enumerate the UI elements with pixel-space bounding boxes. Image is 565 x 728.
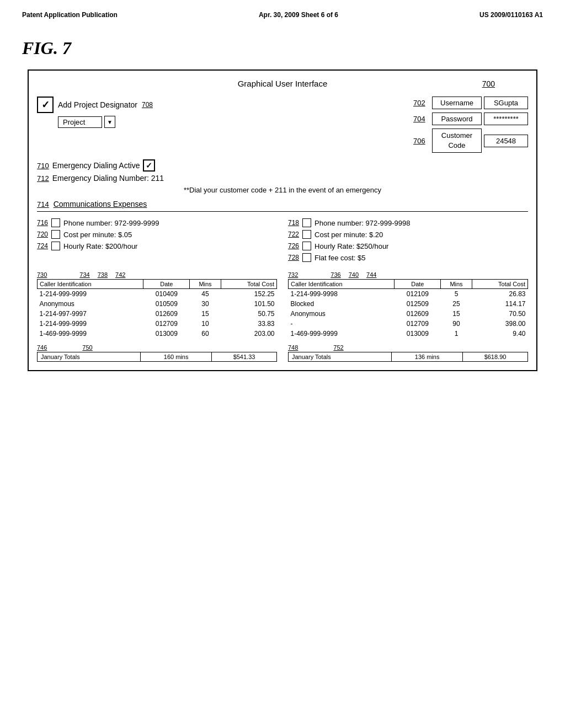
fig-title: FIG. 7 (22, 38, 543, 58)
patent-left: Patent Application Publication (22, 11, 118, 19)
right-col-caller: Caller Identification (289, 280, 395, 289)
ref-704: 704 (413, 115, 430, 123)
date-cell: 012709 (395, 319, 441, 329)
mins-cell: 90 (441, 319, 472, 329)
cost-cell: 152.25 (221, 289, 276, 299)
mins-cell: 1 (441, 329, 472, 339)
mins-cell: 30 (190, 299, 221, 309)
gui-title-row: Graphical User Interface 700 (37, 79, 528, 88)
checkmark-icon[interactable]: ✓ (37, 97, 54, 113)
date-cell: 012709 (143, 319, 190, 329)
right-flat-label: Flat fee cost: $5 (315, 254, 366, 262)
username-label: Username (432, 97, 482, 109)
patent-middle: Apr. 30, 2009 Sheet 6 of 6 (259, 11, 338, 19)
left-totals-refs: 746 750 (37, 344, 277, 351)
mins-cell: 45 (190, 289, 221, 299)
caller-cell: 1-214-999-9998 (289, 289, 395, 299)
right-col-mins: Mins (441, 280, 472, 289)
ref-750: 750 (82, 344, 92, 351)
cost-cell: 114.17 (472, 299, 527, 309)
dial-note: **Dial your customer code + 211 in the e… (37, 186, 528, 194)
left-phone-checkbox[interactable] (51, 218, 60, 227)
ref-748: 748 (288, 344, 298, 351)
ref-708: 708 (142, 101, 153, 109)
right-cost-checkbox[interactable] (302, 230, 311, 239)
phone-panels: 716 Phone number: 972-999-9999 720 Cost … (37, 218, 528, 265)
cost-cell: 50.75 (221, 309, 276, 319)
left-totals: 746 750 January Totals 160 mins $541.33 (37, 344, 277, 362)
cost-cell: 26.83 (472, 289, 527, 299)
ref-742: 742 (115, 271, 125, 278)
left-hourly-row: 724 Hourly Rate: $200/hour (37, 242, 277, 250)
right-totals-cost: $618.90 (463, 352, 528, 362)
caller-cell: 1-469-999-9999 (38, 329, 143, 339)
username-value[interactable]: SGupta (484, 97, 528, 109)
right-phone-checkbox[interactable] (302, 218, 311, 227)
left-col-caller: Caller Identification (38, 280, 143, 289)
username-row: 702 Username SGupta (413, 97, 528, 109)
password-row: 704 Password ********* (413, 113, 528, 125)
caller-cell: 1-469-999-9999 (289, 329, 395, 339)
caller-cell: - (289, 319, 395, 329)
emergency-checkmark-icon[interactable]: ✓ (143, 159, 155, 172)
customer-code-row: 706 CustomerCode 24548 (413, 129, 528, 153)
caller-cell: 1-214-999-9999 (38, 319, 143, 329)
emergency-active-row: 710 Emergency Dialing Active ✓ (37, 159, 528, 172)
right-top: 702 Username SGupta 704 Password *******… (413, 97, 528, 153)
ref-706: 706 (413, 137, 430, 145)
table-row: - 012709 90 398.00 (289, 319, 528, 329)
cost-cell: 9.40 (472, 329, 527, 339)
date-cell: 012509 (395, 299, 441, 309)
left-cost-checkbox[interactable] (51, 230, 60, 239)
left-top: ✓ Add Project Designator 708 Project ▼ (37, 97, 153, 128)
ref-746: 746 (37, 344, 47, 351)
page: Patent Application Publication Apr. 30, … (0, 0, 565, 728)
project-select[interactable]: Project (58, 116, 102, 128)
left-hourly-checkbox[interactable] (51, 242, 60, 250)
mins-cell: 5 (441, 289, 472, 299)
right-phone-panel: 718 Phone number: 972-999-9998 722 Cost … (288, 218, 528, 265)
mins-cell: 10 (190, 319, 221, 329)
ref-718: 718 (288, 219, 299, 227)
right-flat-checkbox[interactable] (302, 253, 311, 262)
caller-cell: 1-214-997-9997 (38, 309, 143, 319)
left-totals-table: January Totals 160 mins $541.33 (37, 352, 277, 362)
comm-expenses-header: 714 Communications Expenses (37, 200, 528, 212)
right-col-cost: Total Cost (472, 280, 527, 289)
table-row: Anonymous 012609 15 70.50 (289, 309, 528, 319)
left-col-cost: Total Cost (221, 280, 276, 289)
date-cell: 012109 (395, 289, 441, 299)
customer-code-value[interactable]: 24548 (484, 135, 528, 147)
right-table: Caller Identification Date Mins Total Co… (288, 279, 528, 339)
left-table: Caller Identification Date Mins Total Co… (37, 279, 277, 339)
gui-number: 700 (482, 79, 495, 88)
left-table-header-refs: 730 734 738 742 (37, 271, 277, 278)
right-hourly-checkbox[interactable] (302, 242, 311, 250)
date-cell: 013009 (395, 329, 441, 339)
left-cost-row: 720 Cost per minute: $.05 (37, 230, 277, 239)
right-data-table: 732 736 740 744 Caller Identification Da… (288, 271, 528, 339)
left-totals-label: January Totals (38, 352, 141, 362)
patent-header: Patent Application Publication Apr. 30, … (22, 11, 543, 22)
data-tables: 730 734 738 742 Caller Identification Da… (37, 271, 528, 339)
table-row: Anonymous 010509 30 101.50 (38, 299, 277, 309)
dropdown-arrow-icon[interactable]: ▼ (104, 116, 115, 128)
left-totals-mins: 160 mins (141, 352, 212, 362)
totals-row: 746 750 January Totals 160 mins $541.33 … (37, 344, 528, 362)
ref-710: 710 (37, 162, 49, 170)
cost-cell: 101.50 (221, 299, 276, 309)
cost-cell: 203.00 (221, 329, 276, 339)
ref-738: 738 (98, 271, 108, 278)
caller-cell: Anonymous (38, 299, 143, 309)
password-value[interactable]: ********* (484, 113, 528, 125)
ref-732: 732 (288, 271, 298, 278)
ref-722: 722 (288, 231, 299, 238)
emergency-number-label: Emergency Dialing Number: 211 (52, 174, 164, 183)
add-project-label: Add Project Designator (58, 100, 137, 109)
emergency-section: 710 Emergency Dialing Active ✓ 712 Emerg… (37, 159, 528, 183)
mins-cell: 25 (441, 299, 472, 309)
date-cell: 013009 (143, 329, 190, 339)
ref-728: 728 (288, 254, 299, 261)
left-cost-label: Cost per minute: $.05 (63, 231, 132, 239)
right-totals: 748 752 January Totals 136 mins $618.90 (288, 344, 528, 362)
